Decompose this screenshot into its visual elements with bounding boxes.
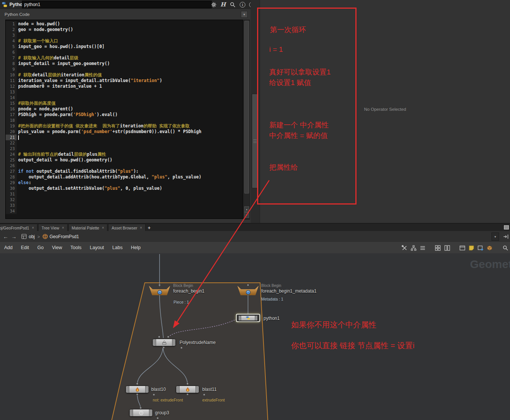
houdini-icon[interactable]: H — [220, 1, 226, 8]
node-info: Piece : 1 — [174, 300, 189, 304]
code-line[interactable]: 10# 获取detail层级的iteration属性的值 — [6, 72, 243, 78]
menu-view[interactable]: View — [48, 245, 66, 250]
code-line[interactable]: 30 output_detail.setAttribValue("plus", … — [6, 186, 243, 191]
code-line[interactable]: 1node = hou.pwd() — [6, 21, 243, 27]
code-line[interactable]: 27if not output_detail.findGlobalAttrib(… — [6, 169, 243, 174]
code-line[interactable]: 13 — [6, 89, 243, 95]
asset-box-icon[interactable] — [486, 245, 493, 251]
code-line[interactable]: 6 — [6, 50, 243, 55]
tree-view-icon[interactable] — [410, 245, 417, 251]
close-tab-icon[interactable]: × — [62, 226, 64, 230]
code-line[interactable]: 25output_detail = hou.pwd().geometry() — [6, 157, 243, 163]
scroll-down-icon[interactable]: ▼ — [244, 212, 249, 218]
code-line[interactable]: 20plus_value = pnode.parm('psd_number'+s… — [6, 129, 243, 135]
code-line[interactable]: 4# 获取第一个输入口 — [6, 38, 243, 44]
code-line[interactable]: 19#把外面的挤出设置框子的值 依次拿进来 因为有了iteration的帮助 实… — [6, 123, 243, 129]
pane-tab[interactable]: /obj/GeoFromPsd1× — [0, 224, 37, 231]
code-line[interactable]: 14 — [6, 95, 243, 101]
code-text — [17, 146, 18, 152]
menu-tools[interactable]: Tools — [66, 245, 85, 250]
code-line[interactable]: 29else: — [6, 180, 243, 186]
code-line[interactable]: 12psdnumber0 = iteration_value + 1 — [6, 84, 243, 89]
scroll-up-icon[interactable]: ▲ — [244, 206, 249, 212]
code-line[interactable]: 24# 输出到当前节点的detail层级的plus属性 — [6, 152, 243, 157]
node-name-input[interactable] — [22, 1, 212, 8]
menu-add[interactable]: Add — [0, 245, 17, 250]
node-group3[interactable] — [129, 409, 153, 417]
annotation-box — [257, 8, 357, 205]
tools-icon[interactable] — [401, 245, 408, 251]
code-line[interactable]: 7# 获取输入几何的detail层级 — [6, 55, 243, 61]
pin-pane-icon[interactable] — [503, 231, 509, 242]
code-scrollbar[interactable]: ▲ ▼ — [243, 20, 250, 220]
menu-labs[interactable]: Labs — [108, 245, 127, 250]
line-number: 23 — [6, 146, 17, 152]
menu-help[interactable]: Help — [127, 245, 145, 250]
annotation-text: 中介属性 = 赋的值 — [269, 131, 328, 141]
list-view-icon[interactable] — [419, 245, 426, 251]
breadcrumb-root[interactable]: obj — [29, 231, 35, 242]
code-line[interactable]: 21 — [6, 135, 243, 140]
network-editor[interactable]: Geometry Bl — [0, 253, 510, 420]
pane-tab[interactable]: Tree View× — [38, 224, 68, 231]
new-tab-button[interactable]: + — [146, 225, 153, 231]
code-line[interactable]: 11iteration_value = input_detail.attribV… — [6, 78, 243, 84]
node-blast10[interactable] — [126, 386, 149, 393]
line-number: 13 — [6, 89, 17, 95]
close-tab-icon[interactable]: × — [32, 226, 34, 230]
add-pane-icon[interactable] — [477, 245, 484, 251]
gear-menu-icon[interactable] — [210, 1, 217, 8]
sticky-note-icon[interactable] — [468, 245, 475, 251]
code-line[interactable]: 32 — [6, 197, 243, 203]
close-tab-icon[interactable]: × — [102, 226, 104, 230]
path-dropdown[interactable]: ▼ — [491, 232, 499, 241]
pane-tab[interactable]: Material Palette× — [68, 224, 108, 231]
code-line[interactable]: 26 — [6, 163, 243, 169]
menu-go[interactable]: Go — [33, 245, 48, 250]
node-badge: Block Begin — [261, 284, 281, 288]
code-line[interactable]: 3 — [6, 33, 243, 38]
code-line[interactable]: 17PSDhigh = pnode.parm('PSDhigh').eval() — [6, 112, 243, 118]
code-line[interactable]: 33 — [6, 203, 243, 208]
code-line[interactable]: 15#获取外面的高度值 — [6, 101, 243, 106]
close-tab-icon[interactable]: × — [140, 226, 142, 230]
python-node-icon — [2, 2, 8, 8]
node-python1[interactable] — [236, 314, 260, 322]
code-line[interactable]: 5input_geo = hou.pwd().inputs()[0] — [6, 44, 243, 50]
layout-grid-icon[interactable] — [434, 245, 441, 251]
info-icon[interactable]: i — [240, 2, 245, 8]
node-blast11[interactable] — [176, 386, 199, 393]
code-line[interactable]: 22 — [6, 140, 243, 146]
obj-level-icon[interactable] — [21, 231, 27, 242]
back-button[interactable]: ← — [3, 231, 8, 242]
code-line[interactable]: 9 — [6, 67, 243, 72]
new-window-icon[interactable] — [459, 245, 466, 251]
code-scrollbar-thumb[interactable] — [244, 21, 249, 194]
pane-tab[interactable]: Asset Browser× — [108, 224, 146, 231]
breadcrumb-current[interactable]: GeoFromPsd1 — [50, 231, 79, 242]
menu-edit[interactable]: Edit — [17, 245, 33, 250]
code-options-dropdown[interactable]: ▼ — [241, 11, 248, 18]
menu-layout[interactable]: Layout — [86, 245, 109, 250]
search-icon[interactable] — [229, 1, 236, 8]
geometry-node-icon[interactable] — [42, 231, 48, 242]
code-line[interactable]: 23 — [6, 146, 243, 152]
python-code-editor[interactable]: 1node = hou.pwd()2geo = node.geometry()3… — [5, 20, 243, 219]
code-text: PSDhigh = pnode.parm('PSDhigh').eval() — [17, 112, 118, 118]
code-line[interactable]: 31 — [6, 191, 243, 197]
line-number: 22 — [6, 140, 17, 146]
code-text: # 获取输入几何的detail层级 — [17, 55, 78, 61]
layout-split-icon[interactable] — [444, 245, 451, 251]
code-text: # 获取第一个输入口 — [17, 38, 58, 44]
network-search-icon[interactable] — [502, 245, 509, 251]
code-line[interactable]: 16pnode = node.parent() — [6, 106, 243, 112]
code-line[interactable]: 28 output_detail.addAttrib(hou.attribTyp… — [6, 174, 243, 180]
code-line[interactable]: 34 — [6, 208, 243, 214]
forward-button[interactable]: → — [11, 231, 17, 242]
code-line[interactable]: 2geo = node.geometry() — [6, 27, 243, 33]
pane-menu-icon[interactable] — [504, 225, 509, 229]
node-polyextrudename[interactable] — [152, 339, 176, 346]
code-line[interactable]: 8input_detail = input_geo.geometry() — [6, 61, 243, 67]
code-text — [17, 118, 18, 123]
code-line[interactable]: 18 — [6, 118, 243, 123]
